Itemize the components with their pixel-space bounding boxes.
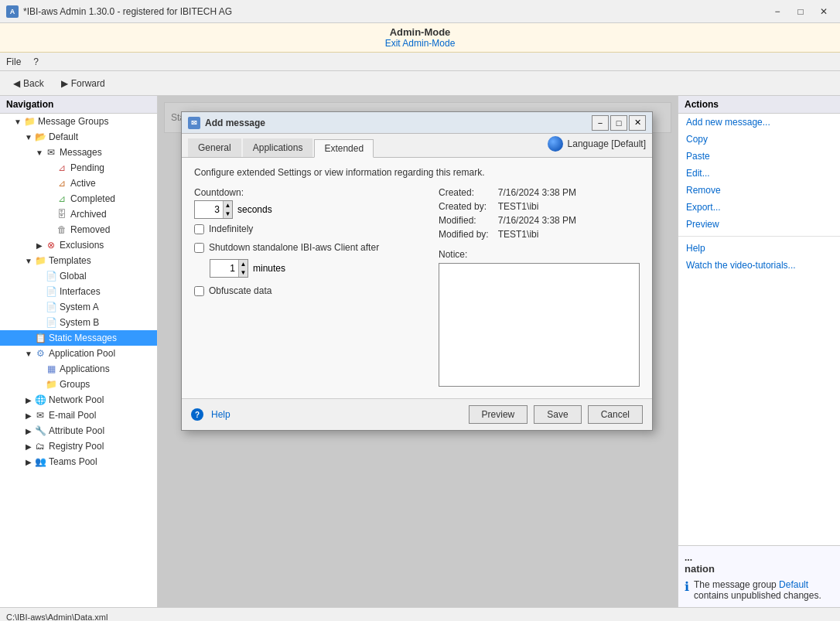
toggle-default[interactable]: ▼ — [23, 131, 34, 142]
tree-item-active[interactable]: ⊿ Active — [0, 176, 157, 191]
toggle-exclusions[interactable]: ▶ — [34, 240, 45, 251]
tree-item-global[interactable]: 📄 Global — [0, 268, 157, 284]
shutdown-input[interactable] — [210, 260, 238, 277]
countdown-down-button[interactable]: ▼ — [223, 210, 232, 218]
filter-check-icon: ⊿ — [56, 193, 68, 205]
action-remove[interactable]: Remove — [678, 182, 840, 199]
tree-label: Removed — [70, 224, 110, 235]
shutdown-up-button[interactable]: ▲ — [238, 260, 248, 268]
menu-file[interactable]: File — [6, 56, 21, 67]
tree-item-message-groups[interactable]: ▼ 📁 Message Groups — [0, 114, 157, 129]
toggle-registry[interactable]: ▶ — [23, 441, 34, 452]
toggle-templates[interactable]: ▼ — [23, 255, 34, 266]
tree-item-templates[interactable]: ▼ 📁 Templates — [0, 253, 157, 268]
save-button[interactable]: Save — [534, 405, 581, 424]
toggle-spacer — [45, 162, 56, 173]
tree-label: Teams Pool — [49, 456, 97, 467]
action-watch-tutorials[interactable]: Watch the video-tutorials... — [678, 257, 840, 274]
tree-item-archived[interactable]: 🗄 Archived — [0, 206, 157, 222]
maximize-button[interactable]: □ — [790, 3, 811, 20]
modal-minimize-button[interactable]: − — [592, 115, 609, 131]
action-preview[interactable]: Preview — [678, 216, 840, 233]
action-add-new-message[interactable]: Add new message... — [678, 114, 840, 131]
preview-button[interactable]: Preview — [469, 405, 528, 424]
admin-banner: Admin-Mode Exit Admin-Mode — [0, 23, 840, 53]
toggle-message-groups[interactable]: ▼ — [12, 116, 23, 127]
tree-item-interfaces[interactable]: 📄 Interfaces — [0, 284, 157, 299]
tree-item-exclusions[interactable]: ▶ ⊗ Exclusions — [0, 237, 157, 253]
info-message-text: The message group Default contains unpub… — [694, 579, 834, 601]
notice-textarea[interactable] — [439, 263, 640, 387]
template-icon: 📄 — [45, 316, 57, 329]
exit-admin-link[interactable]: Exit Admin-Mode — [385, 38, 456, 49]
toggle-teams[interactable]: ▶ — [23, 456, 34, 467]
shutdown-down-button[interactable]: ▼ — [238, 268, 248, 277]
tree-item-attribute-pool[interactable]: ▶ 🔧 Attribute Pool — [0, 423, 157, 438]
indefinitely-label[interactable]: Indefinitely — [209, 223, 253, 234]
navigation-header: Navigation — [0, 96, 157, 114]
language-badge[interactable]: Language [Default] — [548, 136, 646, 152]
modal-controls[interactable]: − □ ✕ — [592, 115, 646, 131]
tab-extended[interactable]: Extended — [314, 139, 374, 158]
folder-open-icon: 📂 — [34, 131, 46, 143]
action-export[interactable]: Export... — [678, 199, 840, 216]
tree-item-system-a[interactable]: 📄 System A — [0, 299, 157, 315]
modal-maximize-button[interactable]: □ — [610, 115, 627, 131]
action-edit[interactable]: Edit... — [678, 165, 840, 182]
title-bar-left: A *IBI-aws Admin 1.30.0 - registered for… — [6, 5, 232, 18]
countdown-group: Countdown: ▲ ▼ secon — [194, 187, 423, 234]
tree-item-default[interactable]: ▼ 📂 Default — [0, 129, 157, 145]
modified-by-label: Modified by: — [439, 229, 489, 240]
obfuscate-label[interactable]: Obfuscate data — [209, 285, 271, 296]
close-button[interactable]: ✕ — [814, 3, 834, 20]
toggle-attribute[interactable]: ▶ — [23, 425, 34, 436]
title-bar: A *IBI-aws Admin 1.30.0 - registered for… — [0, 0, 840, 23]
toggle-network[interactable]: ▶ — [23, 394, 34, 405]
tree-label: System A — [60, 302, 99, 312]
minimize-button[interactable]: − — [767, 3, 787, 20]
indefinitely-checkbox[interactable] — [194, 224, 204, 234]
tree-item-applications[interactable]: ▦ Applications — [0, 361, 157, 377]
tree-item-static-messages[interactable]: 📋 Static Messages — [0, 330, 157, 346]
tree-item-network-pool[interactable]: ▶ 🌐 Network Pool — [0, 392, 157, 408]
template-icon: 📄 — [45, 301, 57, 313]
info-default-link[interactable]: Default — [779, 579, 808, 590]
menu-bar: File ? — [0, 53, 840, 71]
back-button[interactable]: ◀ Back — [6, 76, 51, 91]
tree-item-registry-pool[interactable]: ▶ 🗂 Registry Pool — [0, 438, 157, 454]
cancel-button[interactable]: Cancel — [588, 405, 643, 424]
action-copy[interactable]: Copy — [678, 131, 840, 148]
help-link[interactable]: Help — [211, 409, 230, 420]
menu-help[interactable]: ? — [33, 56, 39, 67]
folder-icon: 📁 — [23, 115, 36, 128]
tab-applications[interactable]: Applications — [243, 138, 313, 157]
tree-item-completed[interactable]: ⊿ Completed — [0, 191, 157, 206]
tab-general[interactable]: General — [188, 138, 241, 157]
toggle-email[interactable]: ▶ — [23, 410, 34, 421]
window-controls[interactable]: − □ ✕ — [767, 3, 834, 20]
tree-item-removed[interactable]: 🗑 Removed — [0, 222, 157, 237]
toggle-apppool[interactable]: ▼ — [23, 348, 34, 359]
folder-icon: 📁 — [45, 378, 57, 391]
action-paste[interactable]: Paste — [678, 148, 840, 165]
toggle-messages[interactable]: ▼ — [34, 147, 45, 158]
countdown-up-button[interactable]: ▲ — [223, 201, 232, 210]
tree-item-groups[interactable]: 📁 Groups — [0, 377, 157, 392]
tree-item-application-pool[interactable]: ▼ ⚙ Application Pool — [0, 346, 157, 361]
forward-button[interactable]: ▶ Forward — [54, 76, 112, 91]
language-label: Language [Default] — [568, 138, 646, 149]
countdown-input[interactable] — [195, 201, 223, 218]
help-icon: ? — [191, 408, 203, 421]
obfuscate-checkbox[interactable] — [194, 286, 204, 296]
tree-item-system-b[interactable]: 📄 System B — [0, 315, 157, 330]
shutdown-label[interactable]: Shutdown standalone IBI-aws Client after — [209, 242, 379, 253]
shutdown-checkbox[interactable] — [194, 243, 204, 253]
modal-close-button[interactable]: ✕ — [629, 115, 646, 131]
tree-item-messages[interactable]: ▼ ✉ Messages — [0, 145, 157, 160]
action-help[interactable]: Help — [678, 240, 840, 257]
tree-label: Default — [49, 131, 78, 142]
tree-item-email-pool[interactable]: ▶ ✉ E-mail Pool — [0, 408, 157, 423]
info-circle-icon: ℹ — [685, 579, 689, 594]
tree-item-pending[interactable]: ⊿ Pending — [0, 160, 157, 176]
tree-item-teams-pool[interactable]: ▶ 👥 Teams Pool — [0, 454, 157, 469]
